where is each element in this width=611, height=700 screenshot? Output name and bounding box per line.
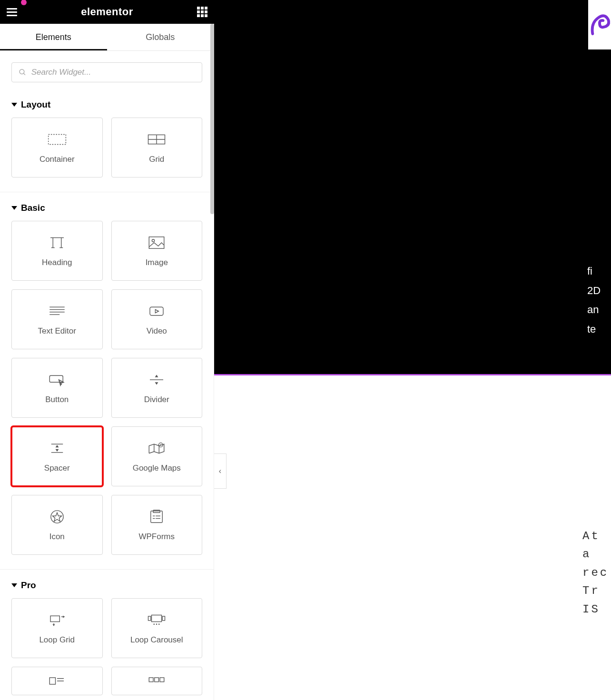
search-input[interactable] (31, 68, 195, 77)
placeholder-icon (47, 672, 67, 690)
tab-label: Globals (146, 32, 175, 42)
search-icon (19, 68, 27, 77)
section-toggle-pro[interactable]: Pro (11, 575, 202, 598)
svg-rect-45 (148, 616, 151, 621)
image-icon (147, 234, 167, 251)
apps-grid-icon[interactable] (197, 7, 207, 17)
widget-google-maps[interactable]: Google Maps (111, 426, 203, 486)
widget-divider[interactable]: Divider (111, 358, 203, 418)
section-toggle-layout[interactable]: Layout (11, 95, 202, 118)
svg-rect-34 (153, 510, 160, 513)
brand-label: elementor (81, 6, 133, 18)
notification-dot-icon (21, 0, 27, 5)
widgets-panel: Elements Globals Layout Container Grid (0, 24, 214, 700)
widget-container[interactable]: Container (11, 118, 103, 177)
widget-placeholder[interactable] (11, 667, 103, 695)
heading-icon (47, 234, 67, 251)
placeholder-icon (147, 672, 167, 690)
svg-rect-54 (155, 678, 159, 682)
widget-loop-grid[interactable]: Loop Grid (11, 598, 103, 658)
svg-point-47 (154, 623, 155, 625)
widget-wpforms[interactable]: WPForms (111, 495, 203, 555)
widget-button[interactable]: Button (11, 358, 103, 418)
svg-rect-17 (150, 307, 163, 315)
section-divider (0, 192, 214, 192)
logo-swirl-icon (589, 7, 610, 40)
grid-icon (147, 131, 167, 148)
widget-label: Loop Grid (39, 635, 75, 645)
star-icon (47, 508, 67, 525)
canvas-hero-text-fragment: fi 2D an te (587, 262, 611, 339)
widget-loop-carousel[interactable]: Loop Carousel (111, 598, 203, 658)
svg-point-48 (156, 623, 158, 625)
editor-canvas[interactable]: fi 2D an te At a rec Tr IS (214, 0, 611, 700)
widget-label: Video (147, 326, 167, 336)
widget-video[interactable]: Video (111, 289, 203, 349)
loop-grid-icon (47, 611, 67, 629)
svg-point-49 (158, 623, 160, 625)
tab-label: Elements (36, 32, 71, 42)
widget-label: Button (45, 395, 69, 404)
svg-marker-43 (52, 624, 55, 626)
chevron-left-icon: ‹ (219, 467, 221, 475)
svg-marker-41 (63, 615, 65, 618)
svg-marker-18 (156, 310, 159, 313)
canvas-body-text-fragment: At a rec Tr IS (582, 527, 611, 619)
caret-down-icon (11, 103, 17, 107)
svg-marker-26 (55, 449, 59, 452)
svg-rect-53 (149, 678, 154, 682)
svg-rect-50 (49, 678, 55, 684)
svg-marker-21 (155, 375, 158, 377)
svg-rect-2 (48, 135, 66, 145)
svg-marker-22 (155, 382, 158, 385)
video-icon (147, 303, 167, 320)
svg-rect-39 (50, 616, 59, 621)
widget-label: Divider (144, 395, 169, 404)
widget-heading[interactable]: Heading (11, 221, 103, 281)
spacer-icon (47, 440, 67, 457)
editor-topbar: elementor (0, 0, 214, 24)
svg-point-12 (152, 239, 155, 242)
widget-placeholder[interactable] (111, 667, 203, 695)
tab-elements[interactable]: Elements (0, 24, 107, 50)
svg-point-30 (160, 444, 162, 446)
button-icon (47, 371, 67, 388)
search-widget-field[interactable] (11, 62, 202, 82)
divider-icon (147, 371, 167, 388)
section-title: Basic (21, 203, 45, 213)
section-divider (0, 569, 214, 570)
section-title: Pro (21, 580, 36, 591)
svg-rect-46 (163, 616, 165, 621)
section-toggle-basic[interactable]: Basic (11, 198, 202, 221)
collapse-panel-button[interactable]: ‹ (214, 454, 227, 489)
section-pro: Pro Loop Grid Loop Carousel (0, 572, 214, 700)
loop-carousel-icon (147, 611, 167, 629)
svg-rect-19 (49, 375, 63, 382)
tab-globals[interactable]: Globals (107, 24, 214, 50)
svg-rect-44 (152, 615, 162, 622)
form-icon (147, 508, 167, 525)
caret-down-icon (11, 206, 17, 210)
panel-scrollbar[interactable] (210, 24, 214, 214)
section-title: Layout (21, 99, 50, 110)
svg-point-0 (20, 69, 24, 74)
widget-label: Icon (49, 532, 65, 542)
panel-tabs: Elements Globals (0, 24, 214, 51)
widget-label: Text Editor (38, 326, 76, 336)
widget-text-editor[interactable]: Text Editor (11, 289, 103, 349)
widget-grid[interactable]: Grid (111, 118, 203, 177)
widget-label: Loop Carousel (130, 635, 183, 645)
canvas-hero-section[interactable]: fi 2D an te (214, 0, 611, 374)
widget-label: Image (146, 258, 168, 267)
widget-icon[interactable]: Icon (11, 495, 103, 555)
widget-image[interactable]: Image (111, 221, 203, 281)
canvas-logo-badge (588, 0, 611, 49)
container-icon (47, 131, 67, 148)
svg-marker-25 (55, 445, 59, 447)
menu-icon[interactable] (7, 8, 17, 16)
widget-label: Grid (149, 155, 164, 164)
widget-spacer[interactable]: Spacer (11, 426, 103, 486)
section-basic: Basic Heading Image Text Editor Video Bu… (0, 195, 214, 560)
svg-line-1 (23, 73, 25, 75)
map-pin-icon (147, 440, 167, 457)
